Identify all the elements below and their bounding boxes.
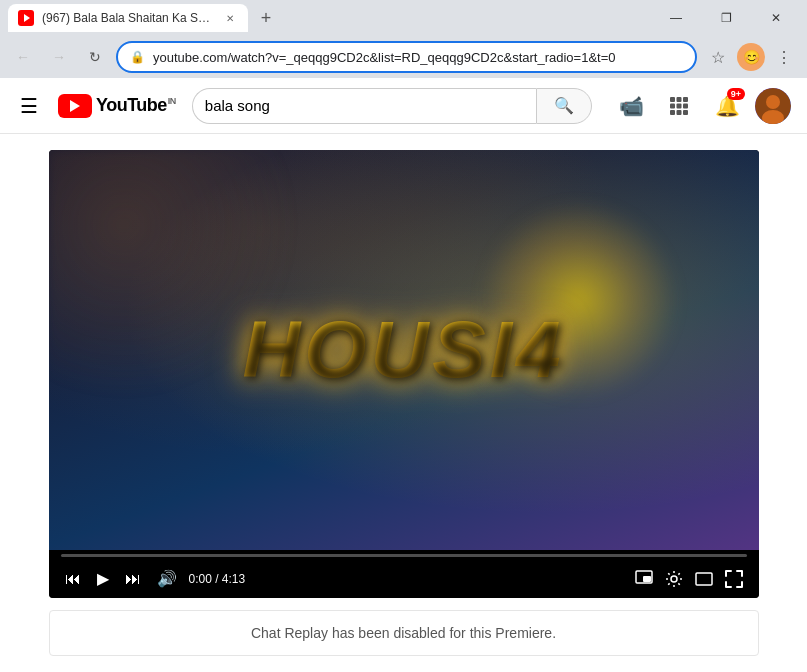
page-content: HOUSI4 ⏮ ▶ ⏭ 🔊 0:00 / 4:13 (0, 134, 807, 672)
progress-row (49, 550, 759, 559)
youtube-country: IN (168, 96, 176, 106)
svg-rect-5 (670, 103, 675, 108)
header-actions: 📹 🔔 9+ (611, 86, 791, 126)
settings-button[interactable] (661, 566, 687, 592)
miniplayer-button[interactable] (631, 566, 657, 592)
svg-rect-2 (670, 97, 675, 102)
svg-rect-15 (643, 576, 651, 582)
progress-bar[interactable] (61, 554, 747, 557)
movie-title-text: HOUSI4 (243, 304, 565, 396)
video-controls: ⏮ ▶ ⏭ 🔊 0:00 / 4:13 (49, 559, 759, 598)
tab-title: (967) Bala Bala Shaitan Ka Sala E... (42, 11, 214, 25)
svg-rect-6 (677, 103, 682, 108)
window-controls: — ❐ ✕ (653, 4, 799, 32)
forward-button[interactable]: → (44, 42, 74, 72)
svg-rect-9 (677, 110, 682, 115)
youtube-logo-icon (58, 94, 92, 118)
svg-point-12 (766, 95, 780, 109)
svg-rect-3 (677, 97, 682, 102)
address-text: youtube.com/watch?v=_qeqqg9CD2c&list=RD_… (153, 50, 683, 65)
browser-tab[interactable]: (967) Bala Bala Shaitan Ka Sala E... ✕ (8, 4, 248, 32)
theater-button[interactable] (691, 566, 717, 592)
close-button[interactable]: ✕ (753, 4, 799, 32)
chrome-titlebar: (967) Bala Bala Shaitan Ka Sala E... ✕ +… (0, 0, 807, 36)
toolbar-icons: ☆ 😊 ⋮ (703, 42, 799, 72)
time-display: 0:00 / 4:13 (189, 572, 246, 586)
youtube-logo[interactable]: YouTubeIN (58, 94, 176, 118)
right-controls (631, 566, 747, 592)
refresh-button[interactable]: ↻ (80, 42, 110, 72)
more-icon[interactable]: ⋮ (769, 42, 799, 72)
search-button[interactable]: 🔍 (536, 88, 592, 124)
video-frame[interactable]: HOUSI4 (49, 150, 759, 550)
youtube-header: ☰ YouTubeIN 🔍 📹 (0, 78, 807, 134)
svg-rect-10 (683, 110, 688, 115)
chat-replay-text: Chat Replay has been disabled for this P… (251, 625, 556, 641)
svg-rect-8 (670, 110, 675, 115)
maximize-button[interactable]: ❐ (703, 4, 749, 32)
chrome-toolbar: ← → ↻ 🔒 youtube.com/watch?v=_qeqqg9CD2c&… (0, 36, 807, 78)
play-button[interactable]: ▶ (93, 565, 113, 592)
youtube-page: ☰ YouTubeIN 🔍 📹 (0, 78, 807, 672)
lock-icon: 🔒 (130, 50, 145, 64)
svg-rect-7 (683, 103, 688, 108)
tab-close-button[interactable]: ✕ (222, 10, 238, 26)
chat-replay-notice: Chat Replay has been disabled for this P… (49, 610, 759, 656)
skip-back-button[interactable]: ⏮ (61, 566, 85, 592)
svg-rect-17 (696, 573, 712, 585)
notification-icon[interactable]: 🔔 9+ (707, 86, 747, 126)
minimize-button[interactable]: — (653, 4, 699, 32)
search-input[interactable] (192, 88, 536, 124)
video-container: HOUSI4 ⏮ ▶ ⏭ 🔊 0:00 / 4:13 (49, 150, 759, 598)
skip-forward-button[interactable]: ⏭ (121, 566, 145, 592)
tab-favicon (18, 10, 34, 26)
user-avatar[interactable] (755, 88, 791, 124)
address-bar[interactable]: 🔒 youtube.com/watch?v=_qeqqg9CD2c&list=R… (116, 41, 697, 73)
svg-rect-4 (683, 97, 688, 102)
new-tab-button[interactable]: + (252, 4, 280, 32)
svg-point-16 (671, 576, 677, 582)
create-icon[interactable]: 📹 (611, 86, 651, 126)
volume-button[interactable]: 🔊 (153, 565, 181, 592)
bookmark-icon[interactable]: ☆ (703, 42, 733, 72)
back-button[interactable]: ← (8, 42, 38, 72)
search-container: 🔍 (192, 88, 592, 124)
apps-icon[interactable] (659, 86, 699, 126)
video-title: HOUSI4 (243, 304, 565, 396)
hamburger-button[interactable]: ☰ (16, 90, 42, 122)
notification-badge: 9+ (727, 88, 745, 100)
youtube-logo-text: YouTubeIN (96, 95, 176, 116)
fullscreen-button[interactable] (721, 566, 747, 592)
profile-button[interactable]: 😊 (737, 43, 765, 71)
